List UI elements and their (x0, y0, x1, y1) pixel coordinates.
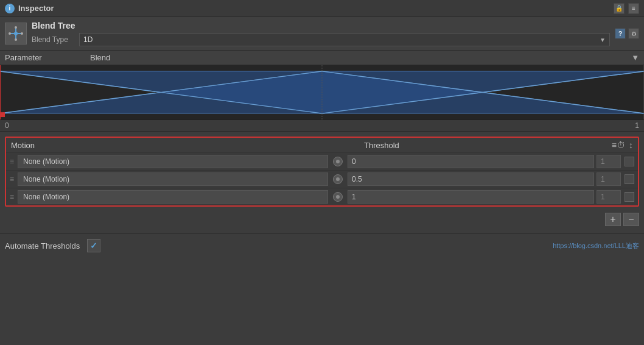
motion-field-3[interactable]: None (Motion) (18, 190, 328, 204)
threshold-input-1[interactable]: 0 (348, 155, 594, 168)
circle-icon-2[interactable] (333, 174, 343, 184)
svg-point-2 (14, 32, 18, 35)
blend-info: Blend Tree Blend Type 1D ▼ (32, 21, 610, 46)
remove-motion-button[interactable]: − (623, 213, 639, 226)
motion-row: ≡ None (Motion) 1 1 (6, 188, 638, 205)
checkbox-2[interactable] (625, 174, 634, 184)
drag-handle-icon[interactable]: ≡ (10, 193, 14, 201)
automate-label: Automate Thresholds (5, 241, 80, 251)
settings-icon[interactable]: ⚙ (628, 28, 639, 39)
blend-field-label: Blend (90, 53, 631, 62)
title-bar-right: 🔒 ≡ (614, 3, 639, 14)
svg-point-3 (9, 32, 11, 35)
blend-tree-icon (5, 23, 27, 44)
header-icons: ? ⚙ (615, 28, 639, 39)
threshold-input-2[interactable]: 0.5 (348, 172, 594, 186)
title-bar-left: i Inspector (5, 4, 54, 13)
threshold-num-2[interactable]: 1 (597, 172, 621, 186)
circle-icon-3[interactable] (333, 192, 343, 202)
help-icon[interactable]: ? (615, 28, 626, 39)
svg-point-5 (15, 26, 17, 29)
menu-icon[interactable]: ≡ (628, 3, 639, 14)
param-dropdown-arrow-icon[interactable]: ▼ (631, 53, 639, 62)
checkbox-1[interactable] (625, 157, 634, 166)
info-icon: i (5, 4, 15, 13)
graph-area (0, 65, 644, 120)
lock-icon[interactable]: 🔒 (614, 3, 625, 14)
graph-max-value: 1 (635, 121, 639, 130)
threshold-col-header: Threshold ≡⏱ ↕ (364, 140, 633, 150)
circle-icon-1[interactable] (333, 157, 343, 166)
automate-row: Automate Thresholds ✓ https://blog.csdn.… (0, 233, 644, 257)
motion-table-header: Motion Threshold ≡⏱ ↕ (6, 138, 638, 152)
motion-table-wrapper: Motion Threshold ≡⏱ ↕ ≡ None (Motion) 0 (5, 137, 639, 207)
motion-field-1[interactable]: None (Motion) (18, 155, 328, 168)
blend-type-label: Blend Type (32, 35, 74, 44)
threshold-num-1[interactable]: 1 (597, 155, 621, 168)
threshold-icons: ≡⏱ ↕ (612, 140, 633, 150)
param-row: Parameter Blend ▼ (0, 51, 644, 65)
threshold-num-3[interactable]: 1 (597, 190, 621, 204)
blend-type-row: Blend Type 1D ▼ (32, 33, 610, 46)
drag-handle-icon[interactable]: ≡ (10, 157, 14, 166)
title-bar: i Inspector 🔒 ≡ (0, 0, 644, 17)
svg-point-4 (21, 32, 23, 35)
motion-col-header: Motion (11, 141, 364, 150)
inspector-title: Inspector (18, 4, 54, 13)
threshold-list-icon[interactable]: ≡⏱ (612, 140, 625, 150)
graph-numbers: 0 1 (0, 120, 644, 132)
svg-rect-15 (0, 112, 5, 117)
add-motion-button[interactable]: + (605, 213, 621, 226)
checkmark-icon: ✓ (90, 241, 97, 251)
automate-checkbox[interactable]: ✓ (87, 239, 100, 252)
drag-handle-icon[interactable]: ≡ (10, 175, 14, 183)
header-section: Blend Tree Blend Type 1D ▼ ? ⚙ (0, 17, 644, 51)
url-text: https://blog.csdn.net/LLL迪客 (553, 241, 639, 251)
blend-name: Blend Tree (32, 21, 610, 30)
parameter-label: Parameter (5, 53, 90, 62)
bottom-buttons: + − (5, 210, 639, 229)
blend-type-select[interactable]: 1D ▼ (79, 33, 610, 46)
select-arrow-icon: ▼ (600, 37, 606, 43)
automate-left: Automate Thresholds ✓ (5, 239, 100, 252)
graph-min-value: 0 (5, 121, 9, 130)
checkbox-3[interactable] (625, 192, 634, 202)
svg-point-6 (15, 38, 17, 41)
main-content: Motion Threshold ≡⏱ ↕ ≡ None (Motion) 0 (0, 132, 644, 233)
motion-row: ≡ None (Motion) 0 1 (6, 152, 638, 170)
threshold-sort-icon[interactable]: ↕ (629, 140, 633, 150)
threshold-input-3[interactable]: 1 (348, 190, 594, 204)
motion-row: ≡ None (Motion) 0.5 1 (6, 170, 638, 188)
motion-field-2[interactable]: None (Motion) (18, 172, 328, 186)
